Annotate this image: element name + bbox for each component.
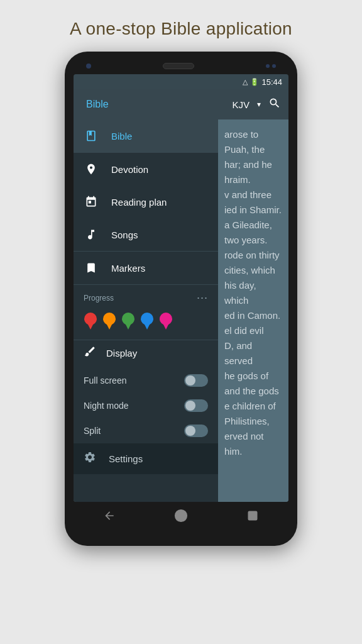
settings-icon — [84, 451, 96, 467]
app-bar: Bible KJV ▾ — [74, 89, 288, 119]
version-selector[interactable]: KJV — [232, 99, 250, 110]
svg-marker-1 — [87, 322, 94, 330]
recents-button[interactable] — [234, 507, 272, 525]
phone-bottom — [74, 530, 288, 537]
settings-label: Settings — [109, 453, 143, 464]
full-screen-label: Full screen — [84, 375, 126, 386]
status-icons: △ 🔋 15:44 — [243, 77, 282, 87]
svg-point-10 — [175, 510, 187, 521]
drawer-item-settings[interactable]: Settings — [74, 443, 218, 474]
display-section: Display — [74, 340, 218, 368]
pin-red — [84, 312, 97, 331]
progress-header: Progress ··· — [84, 291, 208, 304]
app-bar-title: Bible — [81, 99, 109, 110]
nav-bar — [74, 502, 288, 530]
drawer-item-songs[interactable]: Songs — [74, 218, 218, 251]
night-mode-toggle-row: Night mode — [74, 393, 218, 418]
phone-sensor-1 — [266, 64, 270, 68]
signal-icon: △ — [243, 78, 248, 86]
reading-plan-icon — [84, 194, 99, 209]
display-icon — [84, 345, 96, 360]
pin-pink — [159, 312, 173, 331]
display-label: Display — [106, 348, 137, 358]
full-screen-toggle[interactable] — [184, 374, 208, 387]
svg-rect-11 — [248, 511, 257, 520]
phone-camera — [86, 64, 91, 69]
drawer-reading-plan-label: Reading plan — [111, 197, 167, 208]
svg-marker-9 — [162, 322, 170, 330]
progress-label: Progress — [84, 294, 114, 303]
status-time: 15:44 — [261, 77, 282, 87]
phone-speaker — [163, 63, 194, 69]
progress-pins — [84, 309, 208, 336]
search-icon — [268, 97, 281, 109]
songs-icon — [84, 227, 99, 242]
drawer-bible-label: Bible — [111, 131, 132, 142]
back-button[interactable] — [90, 507, 128, 525]
progress-section: Progress ··· — [74, 285, 218, 340]
home-button[interactable] — [162, 507, 200, 525]
drawer-item-devotion[interactable]: Devotion — [74, 153, 218, 186]
phone-wrapper: △ 🔋 15:44 Bible KJV ▾ — [65, 52, 297, 546]
pin-blue — [140, 312, 154, 331]
bible-text-area: arose to Puah, the har; and he hraim. v … — [218, 119, 288, 502]
bible-text-content: arose to Puah, the har; and he hraim. v … — [224, 127, 282, 459]
status-bar: △ 🔋 15:44 — [74, 74, 288, 89]
drawer-item-reading-plan[interactable]: Reading plan — [74, 186, 218, 218]
pin-green — [121, 312, 135, 331]
drawer-item-bible[interactable]: Bible — [74, 119, 218, 152]
progress-more-button[interactable]: ··· — [197, 291, 208, 304]
drawer-item-markers[interactable]: Markers — [74, 252, 218, 284]
navigation-drawer: Bible Devotion — [74, 119, 218, 502]
full-screen-toggle-row: Full screen — [74, 368, 218, 393]
drawer-markers-label: Markers — [111, 263, 145, 274]
search-button[interactable] — [268, 97, 281, 113]
drawer-devotion-label: Devotion — [111, 164, 148, 175]
phone-sensor-2 — [272, 64, 276, 68]
svg-marker-7 — [143, 322, 151, 330]
phone-screen: △ 🔋 15:44 Bible KJV ▾ — [74, 74, 288, 502]
split-toggle[interactable] — [184, 425, 208, 437]
phone-top-bar — [74, 60, 288, 74]
split-toggle-row: Split — [74, 418, 218, 443]
pin-orange — [102, 312, 116, 331]
display-header: Display — [84, 345, 208, 360]
night-mode-toggle[interactable] — [184, 399, 208, 412]
svg-marker-5 — [124, 322, 132, 330]
devotion-icon — [84, 162, 99, 177]
svg-marker-3 — [106, 322, 113, 330]
bible-icon — [84, 128, 99, 143]
split-label: Split — [84, 426, 101, 436]
battery-icon: 🔋 — [250, 78, 259, 86]
drawer-songs-label: Songs — [111, 230, 138, 240]
night-mode-label: Night mode — [84, 401, 129, 411]
version-dropdown-icon[interactable]: ▾ — [257, 100, 261, 109]
phone-sensors — [266, 64, 276, 68]
content-area: Bible Devotion — [74, 119, 288, 502]
tagline: A one-stop Bible application — [57, 0, 305, 52]
markers-icon — [84, 260, 99, 275]
